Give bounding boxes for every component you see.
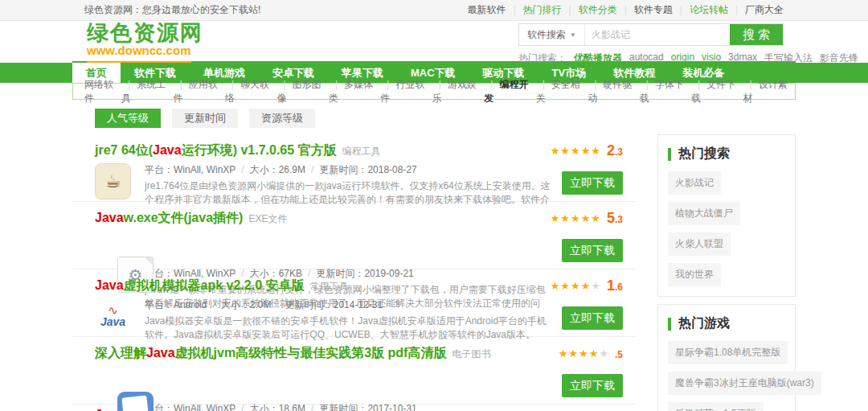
tag-chip[interactable]: 我的世界 [668,263,721,286]
subnav-item[interactable]: 多媒体类 [329,78,380,105]
chip-list: 火影战记植物大战僵尸火柴人联盟我的世界 [668,171,785,286]
site-slogan: 绿色资源网：您身边最放心的安全下载站! [84,3,260,17]
topbar-link[interactable]: 软件分类 [562,3,617,17]
star-rating: ★★★★★ [551,211,601,227]
java-cup-icon [95,163,131,199]
item-category-tag: EXE文件 [248,213,287,224]
search-box: 软件搜索 ▼ 搜 索 [518,23,784,46]
item-title[interactable]: Javaw.exe文件(java插件) [95,211,243,224]
item-meta: 平台：Android/大小：2.0M/更新时间：2014-12-31 [145,298,551,312]
hot-search-links: 优酷播放器autocadoriginvisio3dmax手写输入法影音先锋 [574,51,858,65]
search-category-label: 软件搜索 [527,28,566,42]
item-category-tag: 常用工具 [310,281,349,292]
hot-search-link[interactable]: 3dmax [728,51,757,65]
tag-chip[interactable]: 反恐精英cs1.5正版 [668,402,764,411]
tag-chip[interactable]: 魔兽争霸3冰封王座电脑版(war3) [668,372,821,395]
topbar-link[interactable]: 最新软件 [467,3,506,17]
logo-url: www.downcc.com [87,44,203,57]
list-item: Javaw.exe文件(java插件)EXE文件 ★★★★★ 5.3 平台：Wi… [72,202,635,269]
score: 5.3 [607,210,623,227]
list-item: 深入理解Java虚拟机jvm高级特性与最佳实践第3版 pdf高清版电子图书 ★★… [72,337,635,405]
topbar-links: 最新软件热门排行软件分类软件专题论坛转帖厂商大全 [467,3,784,17]
item-meta: 平台：WinAll, WinXP/大小：26.9M/更新时间：2018-08-2… [145,163,551,177]
download-button[interactable]: 立即下载 [562,239,623,262]
item-title[interactable]: Java虚拟机模拟器apk v2.2.0 安卓版 [95,278,305,292]
sort-tabs: 人气等级更新时间资源等级 [72,109,796,128]
sort-tab[interactable]: 资源等级 [249,109,315,128]
subnav-item[interactable]: 设计素材 [743,78,795,105]
subnav-item[interactable]: 安全相关 [536,78,588,105]
score: 1.6 [607,277,623,294]
download-button[interactable]: 立即下载 [562,374,623,397]
topbar-link[interactable]: 热门排行 [506,3,561,17]
download-button[interactable]: 立即下载 [562,306,623,330]
sidebar-box: 热门游戏 星际争霸1.08单机完整版魔兽争霸3冰封王座电脑版(war3)反恐精英… [657,304,796,411]
subnav-item[interactable]: 聊天联络 [225,78,276,105]
site-logo[interactable]: 绿色资源网 www.downcc.com [87,22,203,57]
hot-search-link[interactable]: origin [671,51,694,65]
tag-chip[interactable]: 星际争霸1.08单机完整版 [668,341,788,364]
subnav-item[interactable]: 编程开发 [484,78,535,105]
list-item: jre7 64位(Java运行环境) v1.7.0.65 官方版编程工具 ★★★… [72,134,635,202]
star-rating: ★★★★★ [551,143,601,159]
header: 绿色资源网 www.downcc.com 软件搜索 ▼ 搜 索 热门搜索： 优酷… [72,21,796,63]
item-category-tag: 编程工具 [342,146,381,157]
star-rating: ★★★★★ [551,278,601,294]
subnav-item[interactable]: 图形图像 [276,78,328,105]
list-item-partial: Java… [72,405,635,411]
download-button[interactable]: 立即下载 [562,171,623,195]
hot-search-link[interactable]: 手写输入法 [764,51,813,65]
sidebar-box-title: 热门搜索 [668,146,785,162]
subnav-item[interactable]: 游戏娱乐 [432,78,484,105]
subnav-item[interactable]: 硬件驱动 [588,78,639,105]
topbar-link[interactable]: 厂商大全 [728,3,784,17]
software-list: jre7 64位(Java运行环境) v1.7.0.65 官方版编程工具 ★★★… [72,134,635,411]
subnav-item[interactable]: 行业软件 [380,78,432,105]
hot-search-link[interactable]: 影音先锋 [820,51,858,65]
chip-list: 星际争霸1.08单机完整版魔兽争霸3冰封王座电脑版(war3)反恐精英cs1.5… [668,341,785,411]
sidebar-box: 热门搜索 火影战记植物大战僵尸火柴人联盟我的世界 [657,134,796,297]
tag-chip[interactable]: 火影战记 [668,171,721,195]
item-title[interactable]: 深入理解Java虚拟机jvm高级特性与最佳实践第3版 pdf高清版 [95,346,446,360]
score: 2.3 [607,142,623,159]
tag-chip[interactable]: 植物大战僵尸 [668,202,740,225]
sidebar: 热门搜索 火影战记植物大战僵尸火柴人联盟我的世界 热门游戏 星际争霸1.08单机… [657,134,796,411]
subnav-item[interactable]: 文件下载 [691,78,743,105]
sidebar-box-title: 热门游戏 [668,315,785,332]
sort-tab[interactable]: 更新时间 [172,109,238,128]
list-item: Java虚拟机模拟器apk v2.2.0 安卓版常用工具 ★★★★★ 1.6 平… [72,269,635,337]
topbar: 绿色资源网：您身边最放心的安全下载站! 最新软件热门排行软件分类软件专题论坛转帖… [0,0,868,21]
hot-search-link[interactable]: visio [702,51,721,65]
category-subnav: 网络软件系统工具应用软件聊天联络图形图像多媒体类行业软件游戏娱乐编程开发安全相关… [72,83,796,100]
subnav-item[interactable]: 网络软件 [84,78,121,105]
item-title[interactable]: Java… [95,408,137,411]
hot-search-label: 热门搜索： [518,51,567,65]
hot-search-link[interactable]: autocad [629,51,664,65]
content: jre7 64位(Java运行环境) v1.7.0.65 官方版编程工具 ★★★… [72,134,796,411]
subnav-item[interactable]: 字体下载 [640,78,691,105]
subnav-item[interactable]: 系统工具 [121,78,173,105]
java-logo-icon [95,298,131,335]
hot-search-link[interactable]: 优酷播放器 [574,51,622,65]
search-button[interactable]: 搜 索 [730,24,783,45]
tag-chip[interactable]: 火柴人联盟 [668,232,731,256]
sort-tab[interactable]: 人气等级 [95,109,161,128]
item-title[interactable]: jre7 64位(Java运行环境) v1.7.0.65 官方版 [95,143,337,157]
search-category-dropdown[interactable]: 软件搜索 ▼ [519,24,585,45]
hot-search-row: 热门搜索： 优酷播放器autocadoriginvisio3dmax手写输入法影… [518,51,784,65]
score: .5 [615,345,623,362]
item-category-tag: 电子图书 [452,348,490,360]
search-input[interactable] [585,24,730,45]
logo-underline [87,61,191,63]
topbar-link[interactable]: 论坛转帖 [673,3,728,17]
chevron-down-icon: ▼ [570,31,576,39]
star-rating: ★★★★★ [559,346,609,362]
topbar-link[interactable]: 软件专题 [617,3,673,17]
logo-title: 绿色资源网 [87,22,203,44]
subnav-item[interactable]: 应用软件 [174,78,225,105]
